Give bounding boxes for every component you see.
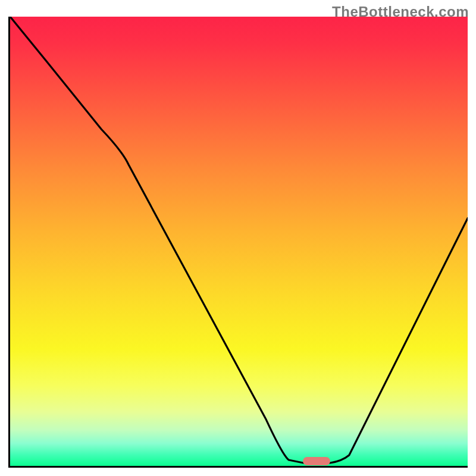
svg-rect-0 <box>303 457 330 465</box>
optimum-marker <box>303 457 330 465</box>
bottleneck-curve <box>10 17 468 463</box>
curve-layer <box>10 17 468 466</box>
plot-frame <box>8 17 468 468</box>
chart-canvas: TheBottleneck.com <box>0 0 476 476</box>
